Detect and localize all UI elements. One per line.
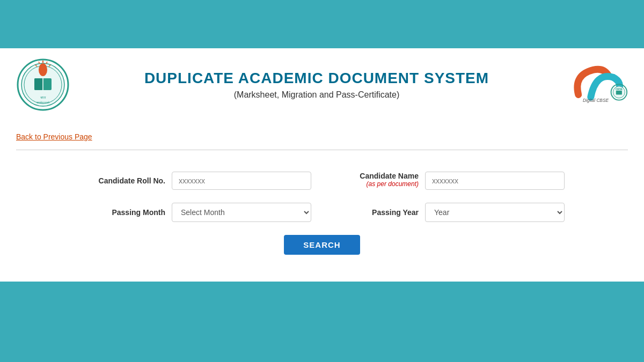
form-section: Candidate Roll No. Candidate Name (as pe… bbox=[16, 166, 628, 260]
passing-year-select[interactable]: Year 2024 2023 2022 2021 2020 2019 2018 … bbox=[425, 203, 565, 222]
candidate-name-label-stack: Candidate Name (as per document) bbox=[333, 172, 419, 188]
header-center: DUPLICATE ACADEMIC DOCUMENT SYSTEM (Mark… bbox=[70, 70, 564, 100]
bottom-bar bbox=[0, 282, 644, 324]
top-bar bbox=[0, 0, 644, 48]
back-link[interactable]: Back to Previous Page bbox=[16, 132, 92, 141]
svg-point-15 bbox=[605, 74, 609, 78]
cbse-logo-svg: भारत सत्यमेव जयते bbox=[16, 58, 70, 112]
digital-cbse-logo-right: CBSE Digital CBSE bbox=[564, 63, 628, 106]
roll-no-input[interactable] bbox=[172, 172, 311, 190]
main-content: Back to Previous Page Candidate Roll No.… bbox=[0, 121, 644, 282]
passing-year-label: Passing Year bbox=[333, 208, 419, 217]
passing-month-select[interactable]: Select Month January February March Apri… bbox=[172, 203, 311, 222]
search-row: SEARCH bbox=[27, 235, 617, 255]
search-button[interactable]: SEARCH bbox=[284, 235, 360, 255]
svg-text:भारत: भारत bbox=[40, 96, 46, 99]
cbse-emblem-left: भारत सत्यमेव जयते bbox=[16, 58, 70, 112]
header: भारत सत्यमेव जयते DUPLICATE ACADEMIC DOC… bbox=[0, 48, 644, 121]
roll-no-group: Candidate Roll No. bbox=[79, 172, 311, 190]
form-row-2: Passing Month Select Month January Febru… bbox=[27, 203, 617, 222]
page-subtitle: (Marksheet, Migration and Pass-Certifica… bbox=[70, 90, 564, 100]
candidate-name-label: Candidate Name bbox=[360, 172, 419, 180]
digital-cbse-svg: CBSE Digital CBSE bbox=[564, 63, 628, 106]
svg-rect-19 bbox=[616, 91, 622, 94]
page-title: DUPLICATE ACADEMIC DOCUMENT SYSTEM bbox=[70, 70, 564, 87]
roll-no-label: Candidate Roll No. bbox=[79, 176, 165, 185]
candidate-name-sublabel: (as per document) bbox=[367, 180, 419, 188]
candidate-name-group: Candidate Name (as per document) bbox=[333, 172, 565, 190]
section-divider bbox=[16, 150, 628, 150]
passing-year-group: Passing Year Year 2024 2023 2022 2021 20… bbox=[333, 203, 565, 222]
svg-text:Digital CBSE: Digital CBSE bbox=[583, 98, 609, 103]
candidate-name-input[interactable] bbox=[425, 172, 565, 190]
passing-month-label: Passing Month bbox=[79, 208, 165, 217]
form-row-1: Candidate Roll No. Candidate Name (as pe… bbox=[27, 172, 617, 190]
svg-text:CBSE: CBSE bbox=[616, 88, 623, 91]
svg-rect-6 bbox=[34, 78, 43, 90]
passing-month-group: Passing Month Select Month January Febru… bbox=[79, 203, 311, 222]
svg-text:सत्यमेव जयते: सत्यमेव जयते bbox=[36, 101, 49, 104]
